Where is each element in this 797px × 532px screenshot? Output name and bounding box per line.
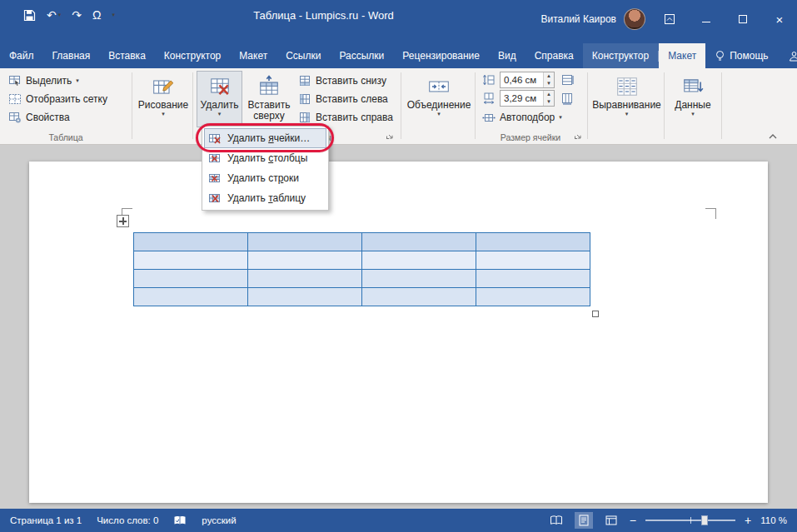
insert-above-button[interactable]: Вставить сверху (244, 71, 294, 127)
document-page[interactable] (29, 162, 768, 503)
stepper-down-icon[interactable]: ▼ (544, 98, 554, 106)
tab-review[interactable]: Рецензирование (393, 43, 489, 68)
document-table[interactable] (133, 232, 590, 306)
stepper-up-icon[interactable]: ▲ (544, 72, 554, 80)
ribbon-display-options-button[interactable] (657, 7, 682, 32)
stepper-up-icon[interactable]: ▲ (544, 91, 554, 98)
table-cell[interactable] (248, 233, 362, 251)
print-layout-button[interactable] (575, 512, 593, 529)
insert-left-label: Вставить слева (316, 93, 388, 105)
zoom-in-button[interactable]: + (745, 514, 751, 527)
insert-below-button[interactable]: Вставить снизу (296, 72, 388, 89)
table-cell[interactable] (476, 233, 590, 251)
table-cell[interactable] (362, 251, 476, 270)
autofit-button[interactable]: Автоподбор ▾ (481, 108, 564, 126)
close-button[interactable]: × (767, 7, 792, 32)
table-cell[interactable] (362, 233, 476, 251)
table-cell[interactable] (134, 251, 248, 270)
zoom-slider[interactable] (645, 520, 735, 521)
merge-button[interactable]: Объединение ▾ (406, 71, 472, 127)
select-label: Выделить (26, 75, 72, 87)
select-button[interactable]: Выделить ▾ (7, 72, 81, 89)
spellcheck-book-icon (173, 515, 187, 526)
tab-design[interactable]: Конструктор (155, 43, 230, 68)
distribute-rows-button[interactable] (560, 73, 574, 90)
table-cell[interactable] (248, 251, 362, 270)
stepper[interactable]: ▲▼ (543, 91, 554, 106)
tab-mailings[interactable]: Рассылки (330, 43, 393, 68)
alignment-button[interactable]: Выравнивание ▾ (591, 71, 662, 127)
tellme-help-button[interactable]: Помощь (705, 50, 777, 62)
table-cell[interactable] (248, 270, 362, 288)
chevron-down-icon: ▾ (218, 111, 222, 117)
page-indicator[interactable]: Страница 1 из 1 (10, 515, 82, 525)
tab-home[interactable]: Главная (43, 43, 100, 68)
data-button[interactable]: Данные ▾ (668, 71, 718, 127)
ribbon: Выделить ▾ Отобразить сетку Свойства Таб… (0, 68, 797, 145)
table-cell[interactable] (134, 270, 248, 288)
print-layout-icon (579, 515, 589, 526)
avatar[interactable] (624, 8, 645, 30)
document-area[interactable] (0, 145, 797, 509)
view-gridlines-button[interactable]: Отобразить сетку (7, 90, 109, 107)
stepper[interactable]: ▲▼ (543, 72, 554, 87)
statusbar: Страница 1 из 1 Число слов: 0 русский − … (0, 509, 797, 532)
menu-item-label: Удалить ячейки… (227, 132, 310, 144)
insert-right-button[interactable]: Вставить справа (296, 108, 395, 126)
column-width-input[interactable]: 3,29 см ▲▼ (500, 90, 555, 107)
autofit-icon (482, 111, 496, 124)
table-cell[interactable] (362, 288, 476, 306)
tab-view[interactable]: Вид (489, 43, 526, 68)
contextual-tab-group: Конструктор Макет (583, 43, 705, 68)
table-cell[interactable] (362, 270, 476, 288)
tab-help-ref[interactable]: Справка (526, 43, 583, 68)
tab-file[interactable]: Файл (0, 43, 43, 68)
minimize-button[interactable] (694, 7, 719, 32)
table-cell[interactable] (476, 270, 590, 288)
table-cell[interactable] (134, 288, 248, 306)
tab-insert[interactable]: Вставка (99, 43, 155, 68)
zoom-slider-thumb[interactable] (701, 515, 708, 525)
dialog-launcher-icon[interactable] (385, 129, 396, 140)
row-height-input[interactable]: 0,46 см ▲▼ (500, 72, 555, 88)
menu-item-delete-table[interactable]: Удалить таблицу (204, 188, 326, 208)
row-height-field[interactable]: 0,46 см ▲▼ (481, 71, 556, 88)
delete-label: Удалить (201, 100, 239, 111)
table-cell[interactable] (476, 251, 590, 270)
menu-item-delete-rows[interactable]: Удалить строки (204, 168, 326, 188)
table-properties-button[interactable]: Свойства (7, 108, 72, 126)
share-button[interactable]: Поделиться (780, 50, 797, 62)
tab-references[interactable]: Ссылки (276, 43, 330, 68)
account-user[interactable]: Виталий Каиров (540, 8, 645, 30)
insert-right-icon (298, 111, 311, 124)
read-mode-button[interactable] (547, 512, 565, 529)
tab-table-design[interactable]: Конструктор (583, 43, 658, 68)
zoom-level[interactable]: 110 % (760, 515, 787, 525)
data-label: Данные (675, 100, 710, 111)
web-layout-button[interactable] (602, 512, 620, 529)
gridlines-icon (8, 92, 22, 106)
language-indicator[interactable]: русский (202, 515, 236, 525)
delete-button[interactable]: Удалить ▾ (197, 71, 242, 127)
table-resize-handle[interactable] (592, 311, 599, 317)
distribute-columns-button[interactable] (560, 92, 574, 108)
table-move-handle[interactable] (117, 215, 129, 227)
column-width-field[interactable]: 3,29 см ▲▼ (481, 89, 556, 107)
table-cell[interactable] (248, 288, 362, 306)
tab-layout[interactable]: Макет (230, 43, 276, 68)
draw-table-button[interactable]: Рисование ▾ (136, 71, 191, 127)
tab-table-layout[interactable]: Макет (659, 43, 705, 68)
menu-item-delete-columns[interactable]: Удалить столбцы (204, 148, 326, 168)
insert-left-button[interactable]: Вставить слева (296, 90, 390, 107)
stepper-down-icon[interactable]: ▼ (544, 80, 554, 87)
titlebar: ↶▾ ↷ Ω ▾ Таблица - Lumpics.ru - Word Вит… (0, 0, 797, 43)
word-count[interactable]: Число слов: 0 (97, 515, 158, 525)
maximize-button[interactable] (730, 7, 755, 32)
zoom-out-button[interactable]: − (630, 514, 636, 527)
dialog-launcher-icon[interactable] (573, 129, 584, 140)
menu-item-delete-cells[interactable]: Удалить ячейки… (204, 128, 326, 148)
table-cell[interactable] (476, 288, 590, 306)
collapse-ribbon-button[interactable] (768, 128, 778, 143)
table-cell[interactable] (134, 233, 248, 251)
spellcheck-status[interactable] (173, 515, 187, 526)
